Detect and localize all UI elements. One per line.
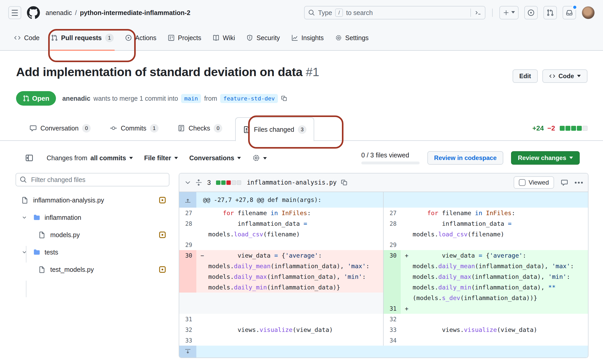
kebab-menu-icon[interactable] bbox=[575, 182, 583, 184]
line-number[interactable]: 32 bbox=[179, 324, 196, 335]
line-number[interactable]: 34 bbox=[384, 335, 401, 346]
diff-settings-dropdown[interactable] bbox=[252, 154, 267, 162]
viewed-checkbox[interactable] bbox=[519, 179, 526, 186]
expand-up-button[interactable] bbox=[179, 192, 196, 208]
line-number[interactable] bbox=[384, 261, 401, 271]
nav-tab-wiki[interactable]: Wiki bbox=[208, 25, 240, 50]
review-in-codespace-button[interactable]: Review in codespace bbox=[427, 151, 503, 165]
line-number[interactable] bbox=[179, 229, 196, 239]
global-search-input[interactable]: Type / to search bbox=[304, 6, 485, 19]
header-divider bbox=[492, 9, 493, 17]
chevron-down-icon[interactable] bbox=[21, 214, 27, 221]
tree-item-inflammation[interactable]: inflammation bbox=[16, 212, 169, 223]
expand-down-button[interactable] bbox=[179, 346, 196, 358]
tree-item-label: inflammation-analysis.py bbox=[33, 196, 104, 204]
file-diff-icon bbox=[243, 126, 250, 133]
line-number[interactable]: 30 bbox=[179, 250, 196, 261]
hamburger-menu-button[interactable] bbox=[8, 6, 21, 19]
code-icon bbox=[14, 34, 21, 41]
diff-line-32: 32 views.visualize(view_data) bbox=[179, 324, 383, 335]
line-number[interactable] bbox=[179, 282, 196, 293]
line-number[interactable]: 28 bbox=[179, 218, 196, 229]
status-badge: Open bbox=[16, 91, 56, 106]
expand-all-icon[interactable] bbox=[195, 179, 202, 186]
pr-tab-files-changed[interactable]: Files changed3 bbox=[235, 117, 314, 141]
edit-button[interactable]: Edit bbox=[513, 69, 538, 83]
copy-path-icon[interactable] bbox=[341, 179, 348, 186]
repo-nav: CodePull requests1ActionsProjectsWikiSec… bbox=[0, 25, 603, 51]
collapse-file-chevron-icon[interactable] bbox=[184, 179, 191, 186]
base-branch-chip[interactable]: main bbox=[181, 94, 201, 103]
file-filter-dropdown[interactable]: File filter bbox=[144, 154, 178, 162]
line-number[interactable]: 32 bbox=[384, 314, 401, 324]
conversations-dropdown[interactable]: Conversations bbox=[189, 154, 241, 162]
chevron-down-icon[interactable] bbox=[21, 249, 27, 255]
line-number[interactable]: 33 bbox=[179, 335, 196, 346]
avatar[interactable] bbox=[582, 6, 595, 19]
head-branch-chip[interactable]: feature-std-dev bbox=[220, 94, 278, 103]
diff-block-empty bbox=[232, 180, 236, 185]
inbox-button[interactable] bbox=[563, 6, 576, 19]
pr-tab-conversation[interactable]: Conversation0 bbox=[23, 119, 97, 137]
diff-block-add bbox=[571, 126, 576, 131]
tree-item-models-py[interactable]: models.py bbox=[16, 229, 169, 241]
toggle-file-tree-button[interactable] bbox=[23, 152, 35, 164]
nav-tab-security[interactable]: Security bbox=[242, 25, 284, 50]
diff-line-33: 33 views.visualize(view_data) bbox=[384, 324, 588, 335]
pr-tab-label: Conversation bbox=[40, 125, 78, 132]
line-number[interactable] bbox=[179, 271, 196, 282]
line-number[interactable] bbox=[384, 282, 401, 293]
nav-tab-label: Actions bbox=[135, 34, 156, 42]
line-number[interactable]: 27 bbox=[384, 208, 401, 218]
nav-tab-label: Security bbox=[256, 34, 280, 42]
nav-tab-code[interactable]: Code bbox=[9, 25, 44, 50]
review-changes-button[interactable]: Review changes bbox=[511, 151, 580, 165]
search-icon bbox=[308, 9, 315, 16]
breadcrumb-owner[interactable]: anenadic bbox=[46, 9, 72, 17]
nav-tab-actions[interactable]: Actions bbox=[120, 25, 161, 50]
viewed-toggle-button[interactable]: Viewed bbox=[514, 176, 554, 189]
command-palette-icon[interactable] bbox=[470, 9, 481, 17]
line-number[interactable] bbox=[384, 293, 401, 303]
line-number[interactable] bbox=[384, 271, 401, 282]
changes-from-dropdown[interactable]: Changes from all commits bbox=[47, 154, 133, 162]
line-number[interactable]: 33 bbox=[384, 324, 401, 335]
filter-changed-files-input[interactable] bbox=[16, 173, 169, 186]
line-number[interactable] bbox=[384, 229, 401, 239]
breadcrumb-repo[interactable]: python-intermediate-inflammation-2 bbox=[80, 9, 190, 17]
tree-item-tests[interactable]: tests bbox=[16, 246, 169, 258]
diff-line-34: 34 bbox=[384, 335, 588, 346]
graph-icon bbox=[291, 34, 298, 41]
line-number[interactable]: 28 bbox=[384, 218, 401, 229]
nav-tab-pull-requests[interactable]: Pull requests1 bbox=[46, 25, 118, 50]
nav-tab-settings[interactable]: Settings bbox=[331, 25, 373, 50]
line-number[interactable]: 27 bbox=[179, 208, 196, 218]
diff-file-name[interactable]: inflammation-analysis.py bbox=[247, 179, 337, 186]
github-logo-icon[interactable] bbox=[27, 6, 40, 19]
tree-item-test-models-py[interactable]: test_models.py bbox=[16, 264, 169, 275]
diff-line-30: 30+ view_data = {'average': bbox=[384, 250, 588, 261]
code-dropdown-button[interactable]: Code bbox=[542, 69, 587, 83]
pr-author[interactable]: anenadic bbox=[62, 95, 90, 102]
nav-tab-insights[interactable]: Insights bbox=[287, 25, 328, 50]
comment-icon[interactable] bbox=[561, 179, 568, 186]
line-number[interactable]: 31 bbox=[179, 314, 196, 324]
create-new-button[interactable] bbox=[499, 6, 519, 19]
nav-tab-projects[interactable]: Projects bbox=[163, 25, 206, 50]
diff-line-wrap: models.load_csv(filename) bbox=[384, 229, 588, 239]
tree-item-inflammation-analysis-py[interactable]: inflammation-analysis.py bbox=[16, 194, 169, 206]
pull-requests-button[interactable] bbox=[543, 6, 557, 19]
line-number[interactable]: 29 bbox=[384, 239, 401, 250]
issues-button[interactable] bbox=[524, 6, 538, 19]
line-number[interactable] bbox=[179, 261, 196, 271]
line-number[interactable]: 29 bbox=[179, 239, 196, 250]
diff-line-wrap: models.daily_min(inflammation_data), ** bbox=[384, 282, 588, 293]
pr-tab-commits[interactable]: Commits1 bbox=[104, 119, 165, 137]
pr-tab-label: Checks bbox=[189, 125, 210, 132]
line-number[interactable]: 30 bbox=[384, 250, 401, 261]
diff-line-wrap: models.daily_mean(inflammation_data), 'm… bbox=[384, 261, 588, 271]
pr-tab-checks[interactable]: Checks0 bbox=[171, 119, 228, 137]
line-number[interactable]: 31 bbox=[384, 303, 401, 314]
tree-item-label: tests bbox=[45, 249, 58, 256]
copy-icon[interactable] bbox=[281, 95, 287, 101]
